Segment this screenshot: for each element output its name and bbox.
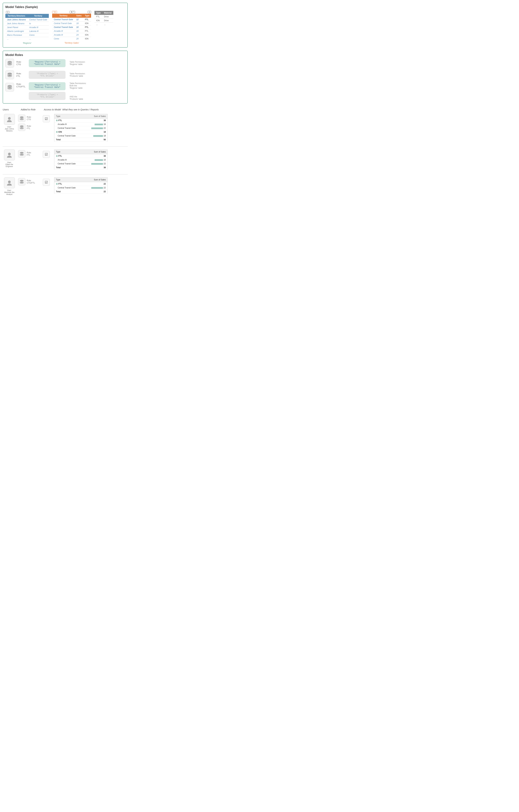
- svg-point-21: [20, 180, 24, 181]
- jack-role-ctg-label: Role: CTG: [27, 116, 31, 121]
- role-row-ftl: Role: FTL 'Products'[Type] = "FTL Drives…: [5, 70, 125, 79]
- table-row: Central Transit Gate18ION: [52, 22, 91, 25]
- database-icon-ctgftl: [7, 85, 12, 90]
- table-row: Ceres20ION: [52, 37, 91, 41]
- db-icon-ftl: [5, 70, 14, 79]
- db-sm-jack-ctg: [18, 115, 25, 122]
- access-to-model-header: Access to Model: [44, 108, 61, 111]
- table-row: Alberto LambroginiLakonia III: [5, 29, 49, 33]
- permission-ftl: Table Permission: 'Products' table: [70, 72, 85, 77]
- table-row: Total 22: [54, 190, 108, 194]
- user-icon-abdullah: [4, 177, 15, 188]
- jack-report-table: Type Sum of Sales ⊟FTL 38 Arcadia III 16…: [54, 114, 108, 142]
- jack-role-ftl-label: Role: FTL: [27, 125, 31, 129]
- user-icon-elijah: [4, 149, 15, 161]
- database-icon-ctg: [7, 61, 12, 66]
- db-icon-ctg: [5, 59, 14, 67]
- abdullah-checkbox[interactable]: ☑: [43, 179, 50, 186]
- regions-th-directors: Territory Directors: [5, 14, 28, 18]
- table-row: Central Transit Gate10FTL: [52, 25, 91, 29]
- table-row: Arcadia III 16: [54, 122, 108, 126]
- table-row: Central Transit Gate 22: [54, 126, 108, 130]
- abdullah-role-ctgftl: Role: CTG/FTL: [18, 178, 40, 185]
- db-icon-elijah-ftl: [20, 152, 24, 156]
- user-row-jack: User: Jack Johns Abrams Role: CTG: [3, 114, 128, 142]
- regions-th-territory: Territory: [28, 14, 49, 18]
- permission-ctgftl-1: Table Permissions: Both the 'Regions' ta…: [70, 82, 86, 89]
- model-roles-title: Model Roles: [5, 53, 125, 57]
- svg-rect-19: [21, 154, 23, 155]
- role-label-ctgftl: Role: CTG/FTL: [17, 83, 26, 88]
- dax-box-ctg: 'Regions'[Territory] = "Central Transit …: [29, 59, 65, 67]
- table-row: Total 56: [54, 138, 108, 142]
- table-row: Central Transit Gate 18: [54, 134, 108, 138]
- db-sm-jack-ftl: [18, 124, 25, 131]
- svg-point-17: [20, 152, 24, 154]
- jack-roles: Role: CTG Role: FTL: [18, 115, 40, 131]
- table-row: ⊟FTL 38: [54, 119, 108, 122]
- user-left-jack: User: Jack Johns Abrams: [3, 114, 16, 132]
- table-row: ⊟FTL 38: [54, 154, 108, 158]
- elijah-checkbox[interactable]: ☑: [43, 151, 50, 158]
- regions-label: 'Regions': [23, 42, 32, 44]
- table-row: ⊟FTL 22: [54, 182, 108, 186]
- elijah-report-table: Type Sum of Sales ⊟FTL 38 Arcadia III 16…: [54, 149, 108, 170]
- products-table: Type Material FTLDriveIONDrive......: [94, 11, 113, 26]
- role-row-ctg: Role: CTG 'Regions'[Territory] = "Centra…: [5, 59, 125, 67]
- person-icon-jack: [6, 116, 12, 122]
- svg-rect-23: [21, 182, 23, 183]
- ts-th-type: Type: [83, 14, 91, 18]
- table-row: Total 38: [54, 166, 108, 170]
- table-row: Janet PlanetArcadia III: [5, 26, 49, 29]
- db-icon-ctgftl: [5, 83, 14, 91]
- abdullah-report-table: Type Sum of Sales ⊟FTL 22 Central Transi…: [54, 177, 108, 194]
- dax-box-ctgftl-2: 'Products'[Type] = "FTL Drives": [29, 92, 65, 100]
- dax-box-ctgftl-1: 'Regions'[Territory] = "Central Transit …: [29, 82, 65, 90]
- jack-role-ctg: Role: CTG: [18, 115, 40, 122]
- model-roles-section: Model Roles Role: CTG 'Regions'[Territor…: [3, 51, 128, 104]
- table-row: Jack Johns AbramsCentral Transit Gate: [5, 18, 49, 22]
- permission-multi-ctgftl: Table Permissions: Both the 'Regions' ta…: [70, 82, 86, 100]
- elijah-report-type-header: Type: [54, 150, 84, 154]
- tables-row: 1 Territory Directors Territory Jack Joh…: [5, 11, 125, 44]
- added-to-role-header: Added to Role: [21, 108, 43, 111]
- user-row-elijah: User: Elijah the Engineer Role: FTL ☑: [3, 149, 128, 170]
- svg-point-13: [20, 126, 24, 127]
- svg-rect-5: [8, 75, 11, 76]
- ts-label: 'Territory Sales': [64, 41, 79, 44]
- regions-key1: 1: [6, 11, 9, 13]
- database-icon-ftl: [7, 72, 12, 77]
- products-table-wrapper: Type Material FTLDriveIONDrive......: [94, 11, 113, 26]
- table-row: ......: [94, 23, 113, 26]
- dax-box-ftl: 'Products'[Type] = "FTL Drives": [29, 71, 65, 79]
- db-icon-jack-ftl: [20, 125, 24, 129]
- territory-sales-table-wrapper: *▼ ▼ * 1 Territory Sales Type Central Tr…: [52, 11, 91, 44]
- table-row: ⊟ION 18: [54, 130, 108, 134]
- abdullah-report-type-header: Type: [54, 178, 84, 182]
- users-col-header: Users: [3, 108, 18, 111]
- svg-rect-12: [21, 119, 23, 119]
- role-label-ctg: Role: CTG: [17, 61, 26, 66]
- role-label-ftl: Role: FTL: [17, 72, 26, 77]
- user-label-elijah: User: Elijah the Engineer: [5, 162, 13, 167]
- svg-rect-8: [8, 88, 11, 88]
- svg-point-10: [20, 117, 24, 118]
- jack-report-type-header: Type: [54, 114, 84, 119]
- elijah-role-ftl: Role: FTL: [18, 150, 40, 157]
- user-label-jack: User: Jack Johns Abrams: [5, 126, 14, 132]
- jack-report: Type Sum of Sales ⊟FTL 38 Arcadia III 16…: [54, 114, 108, 142]
- person-icon-abdullah: [6, 180, 12, 186]
- jack-checkbox[interactable]: ☑: [43, 115, 50, 122]
- elijah-report-sum-header: Sum of Sales: [84, 150, 107, 154]
- regions-table-wrapper: 1 Territory Directors Territory Jack Joh…: [5, 11, 49, 44]
- ts-key1: *▼: [52, 11, 57, 13]
- abdullah-role-label: Role: CTG/FTL: [27, 179, 35, 184]
- permission-ctg: Table Permission: 'Regions' table: [70, 61, 85, 65]
- user-left-abdullah: User: Abdullah the Analyst: [3, 177, 16, 195]
- users-section: Users Added to Role Access to Model What…: [3, 107, 128, 202]
- elijah-roles: Role: FTL: [18, 150, 40, 157]
- svg-point-0: [8, 61, 12, 63]
- abdullah-report-sum-header: Sum of Sales: [84, 178, 107, 182]
- table-row: Arcadia III16FTL: [52, 29, 91, 33]
- table-row: Arcadia III24ION: [52, 33, 91, 37]
